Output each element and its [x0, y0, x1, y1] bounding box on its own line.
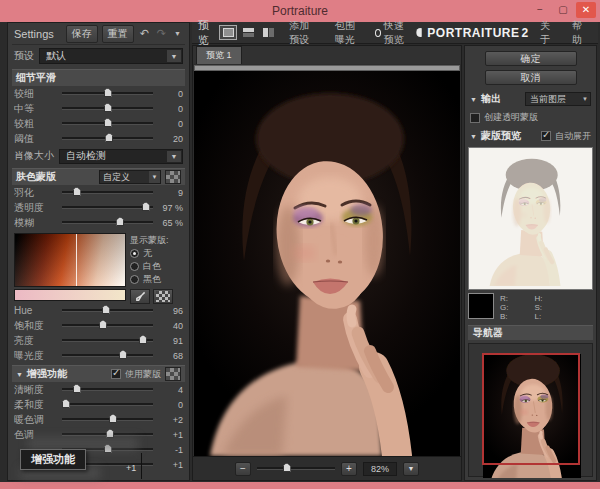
enhance-tooltip: 增强功能: [20, 449, 86, 470]
cancel-button[interactable]: 取消: [485, 70, 577, 85]
reset-button[interactable]: 重置: [102, 25, 134, 43]
slider-thumb[interactable]: [104, 118, 112, 127]
slider-track[interactable]: [62, 122, 153, 125]
slider-thumb[interactable]: [119, 350, 127, 359]
preset-dropdown[interactable]: 默认 ▼: [39, 48, 183, 64]
slider-label: Hue: [14, 305, 58, 316]
portrait-size-dropdown[interactable]: 自动检测 ▼: [59, 149, 183, 164]
slider-thumb[interactable]: [102, 305, 110, 314]
chevron-down-icon[interactable]: ▼: [580, 93, 590, 105]
skin-tone-range-strip[interactable]: [14, 289, 126, 301]
slider-track[interactable]: [62, 339, 153, 342]
slider-row-fuzz: 模糊 65 %: [12, 215, 185, 230]
auto-expand-checkbox[interactable]: [541, 131, 551, 141]
bracketing-button[interactable]: 包围曝光: [329, 17, 369, 49]
redo-icon[interactable]: ↷: [155, 27, 168, 40]
enhance-section-header: ▼ 增强功能 使用蒙版: [12, 365, 185, 382]
slider-row-fine: 较细 0: [12, 86, 185, 101]
radio-icon[interactable]: [130, 249, 139, 258]
slider-thumb[interactable]: [104, 103, 112, 112]
view-split-horizontal-button[interactable]: [239, 25, 257, 40]
radio-icon[interactable]: [130, 262, 139, 271]
slider-thumb[interactable]: [109, 414, 117, 423]
help-button[interactable]: 帮助: [566, 17, 592, 49]
slider-label: 柔和度: [14, 398, 58, 412]
slider-track[interactable]: [62, 92, 153, 95]
brand-logo: PORTRAITURE 2: [416, 26, 528, 40]
slider-track[interactable]: [62, 107, 153, 110]
slider-thumb[interactable]: [73, 187, 81, 196]
output-dropdown[interactable]: 当前图层 ▼: [525, 92, 591, 106]
eyedropper-add-button[interactable]: [153, 289, 173, 304]
collapse-caret-icon[interactable]: ▼: [470, 133, 477, 140]
slider-track[interactable]: [62, 221, 153, 224]
slider-label: 亮度: [14, 334, 58, 348]
collapse-caret-icon[interactable]: ▼: [16, 371, 23, 378]
save-button[interactable]: 保存: [66, 25, 98, 43]
slider-track[interactable]: [62, 206, 153, 209]
enhance-tool-icon[interactable]: [165, 367, 181, 381]
slider-thumb[interactable]: [139, 335, 147, 344]
chevron-down-icon[interactable]: ▼: [149, 171, 160, 183]
slider-row-hue: Hue 96: [12, 303, 185, 318]
undo-icon[interactable]: ↶: [138, 27, 151, 40]
zoom-menu-button[interactable]: ▼: [403, 462, 419, 476]
slider-row-opacity: 透明度 97 %: [12, 200, 185, 215]
collapse-caret-icon[interactable]: ▼: [470, 96, 477, 103]
about-button[interactable]: 关于: [534, 17, 560, 49]
quick-preview-button[interactable]: 快速预览: [375, 17, 410, 49]
ok-button[interactable]: 确定: [485, 51, 577, 66]
slider-value: 68: [157, 351, 183, 361]
slider-track[interactable]: [62, 403, 153, 406]
skin-tone-gradient[interactable]: [14, 233, 126, 287]
slider-value: 0: [157, 400, 183, 410]
chevron-down-icon[interactable]: ▼: [167, 50, 181, 62]
slider-thumb[interactable]: [116, 217, 124, 226]
settings-menu-icon[interactable]: ▼: [172, 30, 183, 37]
slider-label: 阈值: [14, 132, 58, 146]
view-split-vertical-button[interactable]: [259, 25, 277, 40]
mask-preview-image[interactable]: [468, 147, 593, 290]
chevron-down-icon[interactable]: ▼: [167, 151, 181, 162]
preview-photo[interactable]: [194, 71, 460, 456]
radio-label: 无: [143, 247, 152, 260]
navigator-view-rectangle[interactable]: [482, 353, 580, 465]
eyedropper-button[interactable]: [130, 289, 150, 304]
mask-radio-none[interactable]: 无: [130, 247, 183, 260]
mask-preview-label: 蒙版预览: [481, 129, 521, 143]
slider-track[interactable]: [62, 191, 153, 194]
brand-version: 2: [522, 26, 529, 40]
slider-thumb[interactable]: [142, 202, 150, 211]
slider-track[interactable]: [62, 324, 153, 327]
mask-tool-icon[interactable]: [165, 170, 181, 184]
circle-icon: [375, 29, 381, 37]
view-single-button[interactable]: [219, 25, 237, 40]
zoom-out-button[interactable]: −: [235, 462, 251, 476]
slider-thumb[interactable]: [104, 88, 112, 97]
slider-label: 较粗: [14, 117, 58, 131]
zoom-in-button[interactable]: +: [341, 462, 357, 476]
slider-thumb[interactable]: [105, 133, 113, 142]
slider-track[interactable]: [62, 354, 153, 357]
slider-thumb[interactable]: [62, 399, 70, 408]
skin-mask-preset-dropdown[interactable]: 自定义 ▼: [99, 170, 161, 184]
slider-label: 中等: [14, 102, 58, 116]
slider-thumb[interactable]: [99, 320, 107, 329]
slider-track[interactable]: [62, 137, 153, 140]
tab-preview-1[interactable]: 预览 1: [196, 46, 242, 64]
add-preset-button[interactable]: 添加预设: [283, 17, 323, 49]
zoom-bar: − + 82% ▼: [193, 456, 461, 480]
slider-track[interactable]: [62, 309, 153, 312]
zoom-slider-track[interactable]: [257, 467, 335, 470]
mask-radio-black[interactable]: 黑色: [130, 273, 183, 286]
slider-track[interactable]: [62, 433, 153, 436]
slider-thumb[interactable]: [73, 384, 81, 393]
use-mask-checkbox[interactable]: [111, 369, 121, 379]
mask-radio-white[interactable]: 白色: [130, 260, 183, 273]
slider-value: 0: [157, 89, 183, 99]
slider-track[interactable]: [62, 418, 153, 421]
radio-icon[interactable]: [130, 275, 139, 284]
transparency-mask-checkbox[interactable]: [470, 113, 480, 123]
zoom-slider-thumb[interactable]: [283, 463, 291, 472]
slider-track[interactable]: [62, 388, 153, 391]
